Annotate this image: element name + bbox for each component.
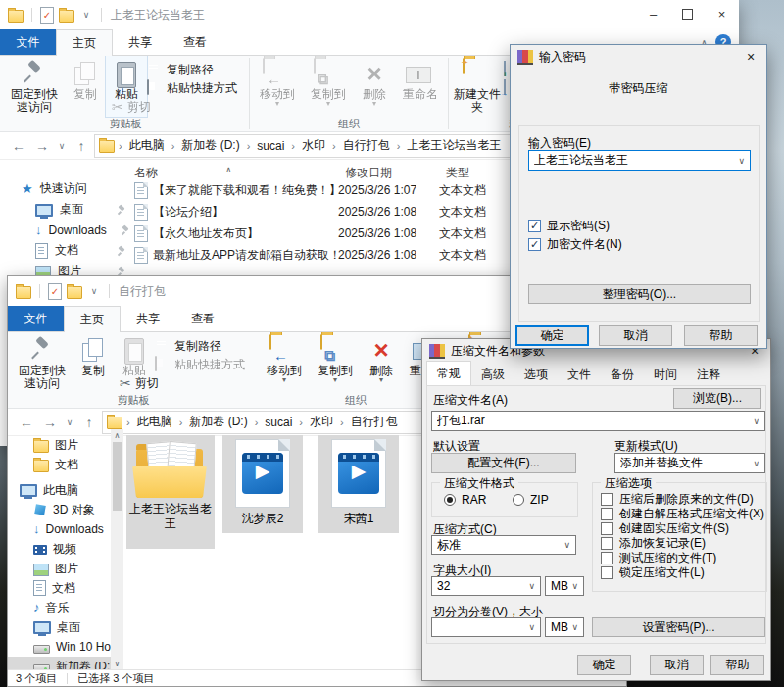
tab-backup[interactable]: 备份 <box>601 364 644 386</box>
chevron-down-icon[interactable]: ∨ <box>753 459 760 468</box>
crumb-current[interactable]: 上老王论坛当老王 <box>404 137 504 154</box>
scroll-up-icon[interactable]: ∧ <box>115 431 121 440</box>
copy-to-button[interactable]: ⧉ 复制到 ▾ <box>310 332 361 393</box>
encrypt-names-checkbox[interactable]: ✓ 加密文件名(N) <box>528 236 622 253</box>
copy-button[interactable]: 复制 <box>65 56 106 117</box>
crumb-drive-d[interactable]: 新加卷 (D:) <box>186 414 250 430</box>
column-date[interactable]: 修改日期 <box>345 165 392 181</box>
sidebar-item-videos[interactable]: 视频 <box>8 539 111 559</box>
column-type[interactable]: 类型 <box>446 165 469 181</box>
cancel-button[interactable]: 取消 <box>650 655 704 675</box>
video-tile[interactable]: ▶ 宋茜1 <box>318 435 399 533</box>
copy-path-button[interactable]: 复制路径 <box>147 62 247 77</box>
back-icon[interactable]: ← <box>8 135 29 157</box>
video-tile[interactable]: ▶ 沈梦辰2 <box>222 435 303 533</box>
rar-radio[interactable]: RAR <box>444 493 486 507</box>
tab-view[interactable]: 查看 <box>168 29 222 55</box>
sidebar-item-3d-objects[interactable]: 3D 对象 <box>8 500 111 519</box>
copy-path-button[interactable]: 复制路径 <box>155 338 255 354</box>
cancel-button[interactable]: 取消 <box>599 325 672 346</box>
tab-home[interactable]: 主页 <box>56 29 113 56</box>
archive-name-input[interactable]: 打包1.rar ∨ <box>431 411 765 431</box>
qat-customize-icon[interactable]: ∨ <box>79 4 93 25</box>
up-icon[interactable]: ↑ <box>71 135 92 157</box>
folder-tile[interactable]: 上老王论坛当老王 <box>126 435 215 549</box>
tab-share[interactable]: 共享 <box>121 306 175 331</box>
paste-shortcut-button[interactable]: 粘贴快捷方式 <box>147 80 247 96</box>
dictionary-unit-select[interactable]: MB ∨ <box>545 576 584 596</box>
crumb-selfpack[interactable]: 自行打包 <box>340 137 393 154</box>
delete-button[interactable]: × 删除 ▾ <box>361 332 402 393</box>
chevron-down-icon[interactable]: ∨ <box>571 622 578 632</box>
sidebar-item-downloads[interactable]: ↓Downloads <box>8 519 111 539</box>
chevron-down-icon[interactable]: ∨ <box>528 581 535 591</box>
tab-share[interactable]: 共享 <box>113 29 168 55</box>
chevron-down-icon[interactable]: ∨ <box>571 581 578 591</box>
copy-to-button[interactable]: ⧉ 复制到 ▾ <box>303 56 354 117</box>
crumb-watermark[interactable]: 水印 <box>299 137 328 154</box>
ok-button[interactable]: 确定 <box>515 325 589 346</box>
sidebar-item-drive-d[interactable]: 新加卷 (D:) <box>8 657 111 670</box>
zip-radio[interactable]: ZIP <box>513 493 549 507</box>
sidebar-item-documents-qa[interactable]: 文档 <box>8 455 111 474</box>
tab-general[interactable]: 常规 <box>426 361 471 386</box>
scroll-thumb[interactable] <box>113 442 122 511</box>
sidebar-item-pictures-qa[interactable]: 图片 <box>8 435 111 455</box>
pin-to-quick-access-button[interactable]: 固定到快速访问 <box>4 56 65 117</box>
sidebar-item-quick-access[interactable]: ★ 快速访问 <box>0 178 127 199</box>
qat-customize-icon[interactable]: ∨ <box>87 280 101 302</box>
paste-button[interactable]: 粘贴 <box>114 332 155 393</box>
tab-file[interactable]: 文件 <box>8 306 64 331</box>
qat-properties-icon[interactable]: ✓ <box>40 7 54 24</box>
maximize-button[interactable] <box>670 0 705 28</box>
split-unit-select[interactable]: MB ∨ <box>545 617 584 637</box>
show-password-checkbox[interactable]: ✓ 显示密码(S) <box>528 218 610 234</box>
chevron-down-icon[interactable]: ∨ <box>738 156 745 166</box>
new-folder-button[interactable]: ✦ 新建文件夹 <box>451 56 504 117</box>
sidebar-item-this-pc[interactable]: 此电脑 <box>8 480 111 500</box>
ok-button[interactable]: 确定 <box>577 655 631 675</box>
profiles-button[interactable]: 配置文件(F)... <box>431 453 576 473</box>
help-button[interactable]: 帮助 <box>710 655 764 675</box>
forward-icon[interactable]: → <box>31 135 53 157</box>
tab-options[interactable]: 选项 <box>514 364 558 386</box>
copy-button[interactable]: 复制 <box>73 332 114 393</box>
close-icon[interactable]: × <box>735 45 766 69</box>
help-button[interactable]: 帮助 <box>684 325 758 346</box>
chevron-down-icon[interactable]: ∨ <box>528 622 535 632</box>
dictionary-size-select[interactable]: 32 ∨ <box>431 576 541 596</box>
sidebar-item-desktop[interactable]: 桌面 <box>0 199 127 220</box>
tab-view[interactable]: 查看 <box>175 306 230 331</box>
sidebar-item-pictures[interactable]: 图片 <box>8 559 111 578</box>
move-to-button[interactable]: ← 移动到 ▾ <box>259 332 310 393</box>
crumb-current[interactable]: 自行打包 <box>348 414 401 430</box>
option-lock[interactable]: 锁定压缩文件(L) <box>601 564 705 581</box>
sidebar-item-win10-drive[interactable]: Win 10 Home <box>8 637 111 657</box>
move-to-button[interactable]: ← 移动到 ▾ <box>252 56 303 117</box>
compression-method-select[interactable]: 标准 ∨ <box>431 535 576 555</box>
crumb-drive-d[interactable]: 新加卷 (D:) <box>178 137 242 154</box>
recent-locations-icon[interactable]: ∨ <box>55 135 69 157</box>
tab-file[interactable]: 文件 <box>0 29 56 55</box>
crumb-sucai[interactable]: sucai <box>262 416 295 429</box>
paste-shortcut-button[interactable]: 粘贴快捷方式 <box>155 357 255 372</box>
sidebar-item-downloads[interactable]: ↓ Downloads <box>0 220 127 240</box>
sidebar-item-documents[interactable]: 文档 <box>8 578 111 598</box>
crumb-this-pc[interactable]: 此电脑 <box>126 137 168 154</box>
crumb-this-pc[interactable]: 此电脑 <box>134 414 175 430</box>
rename-button[interactable]: I 重命名 <box>395 56 446 117</box>
tab-home[interactable]: 主页 <box>64 306 121 332</box>
sidebar-item-documents[interactable]: 文档 <box>0 240 127 261</box>
chevron-down-icon[interactable]: ∨ <box>753 417 760 426</box>
browse-button[interactable]: 浏览(B)... <box>673 388 761 409</box>
tab-time[interactable]: 时间 <box>644 364 687 386</box>
column-name[interactable]: 名称 <box>134 165 158 181</box>
split-size-input[interactable]: ∨ <box>431 617 541 637</box>
scroll-down-icon[interactable]: ∨ <box>115 660 121 668</box>
password-input[interactable]: 上老王论坛当老王 ∨ <box>528 150 751 171</box>
close-button[interactable]: × <box>705 0 739 28</box>
cut-button[interactable]: ✂ 剪切 <box>112 99 247 115</box>
set-password-button[interactable]: 设置密码(P)... <box>592 617 765 637</box>
organize-passwords-button[interactable]: 整理密码(O)... <box>528 284 751 304</box>
qat-new-folder-icon[interactable] <box>67 286 82 299</box>
